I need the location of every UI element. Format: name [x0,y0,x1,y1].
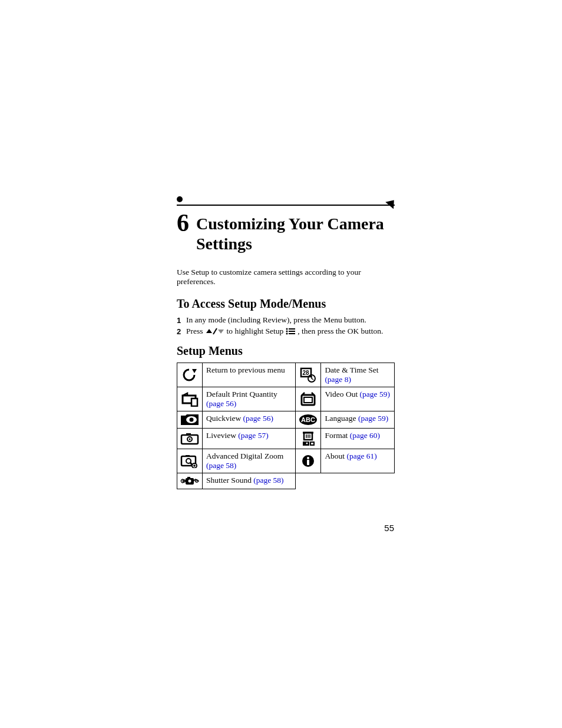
svg-rect-13 [191,398,197,406]
empty-cell [321,473,395,489]
section-menus-heading: Setup Menus [177,344,395,358]
step-2-b: to highlight Setup [227,327,284,336]
table-row: Quickview (page 56) ABC Language (page 5… [177,411,395,429]
intro-paragraph: Use Setup to customize camera settings a… [177,268,395,286]
video-out-icon [296,387,321,411]
digital-zoom-icon [177,449,203,473]
about-icon [296,449,321,473]
step-2-c: , then press the OK button. [297,327,383,336]
chapter-heading: 6 Customizing Your Camera Settings [177,210,395,253]
chapter-header-rule [177,196,395,207]
table-row: Liveview (page 57) Format (page 60) [177,429,395,449]
page-link[interactable]: (page 56) [206,399,236,408]
step-text: In any mode (including Review), press th… [186,315,366,325]
chapter-title: Customizing Your Camera Settings [196,214,395,253]
date-time-icon: 28 [296,363,321,387]
step-2: 2 Press to highlight Setup , then press … [177,327,395,336]
step-number: 2 [177,327,186,336]
rule-dot-icon [177,196,183,202]
page-link[interactable]: (page 59) [360,390,390,398]
section-access-heading: To Access Setup Mode/Menus [177,297,395,311]
about-label: About (page 61) [321,449,395,473]
svg-rect-34 [307,460,309,465]
svg-point-36 [189,480,191,483]
liveview-icon [177,429,203,449]
return-label: Return to previous menu [203,363,296,387]
up-down-arrows-icon [205,327,225,335]
page-link[interactable]: (page 59) [358,414,388,423]
svg-point-26 [306,443,308,444]
step-text: Press to highlight Setup , then press th… [186,327,383,336]
svg-rect-15 [304,397,312,403]
page-link[interactable]: (page 58) [206,461,236,470]
shutter-sound-label: Shutter Sound (page 58) [203,473,296,489]
page-number: 55 [384,523,394,533]
svg-point-23 [189,439,191,440]
language-icon: ABC [296,411,321,429]
svg-rect-5 [289,331,295,332]
svg-rect-25 [303,442,309,446]
svg-rect-7 [289,333,295,334]
page-link[interactable]: (page 61) [347,452,377,460]
svg-rect-21 [186,433,191,435]
svg-text:28: 28 [303,370,310,376]
svg-marker-8 [192,369,197,373]
shutter-sound-icon [177,473,203,489]
svg-point-30 [186,459,191,463]
chapter-number: 6 [177,210,189,235]
quickview-icon [177,411,203,429]
print-quantity-label: Default Print Quantity (page 56) [203,387,296,411]
svg-rect-3 [289,328,295,330]
page-link[interactable]: (page 8) [325,375,351,384]
table-row: Return to previous menu 28 Date & Time S… [177,363,395,387]
svg-point-6 [286,333,288,335]
table-row: Default Print Quantity (page 56) Video O… [177,387,395,411]
print-quantity-icon [177,387,203,411]
digital-zoom-label: Advanced Digital Zoom (page 58) [203,449,296,473]
table-row: Shutter Sound (page 58) [177,473,395,489]
setup-menus-table: Return to previous menu 28 Date & Time S… [177,363,395,489]
svg-rect-37 [187,477,190,478]
empty-cell [296,473,321,489]
svg-point-33 [307,457,309,459]
svg-marker-1 [218,330,224,334]
svg-rect-27 [310,442,314,445]
language-label: Language (page 59) [321,411,395,429]
table-row: Advanced Digital Zoom (page 58) About (p… [177,449,395,473]
liveview-label: Liveview (page 57) [203,429,296,449]
svg-marker-0 [206,329,212,333]
page-link[interactable]: (page 57) [238,431,268,440]
format-icon [296,429,321,449]
svg-point-17 [190,418,194,422]
video-out-label: Video Out (page 59) [321,387,395,411]
svg-text:ABC: ABC [301,416,315,423]
step-2-a: Press [186,327,203,336]
rule-line [177,205,395,206]
svg-rect-29 [186,455,190,456]
quickview-label: Quickview (page 56) [203,411,296,429]
setup-menu-icon [285,327,296,335]
page-content: 6 Customizing Your Camera Settings Use S… [177,196,395,489]
svg-point-4 [286,331,288,332]
svg-point-2 [286,328,288,330]
page-link[interactable]: (page 56) [243,414,273,423]
page-link[interactable]: (page 58) [253,476,283,485]
date-time-label: Date & Time Set (page 8) [321,363,395,387]
page-link[interactable]: (page 60) [350,431,380,440]
rule-arrow-icon [385,197,398,209]
step-number: 1 [177,316,186,325]
return-icon [177,363,203,387]
format-label: Format (page 60) [321,429,395,449]
step-1: 1 In any mode (including Review), press … [177,315,395,325]
